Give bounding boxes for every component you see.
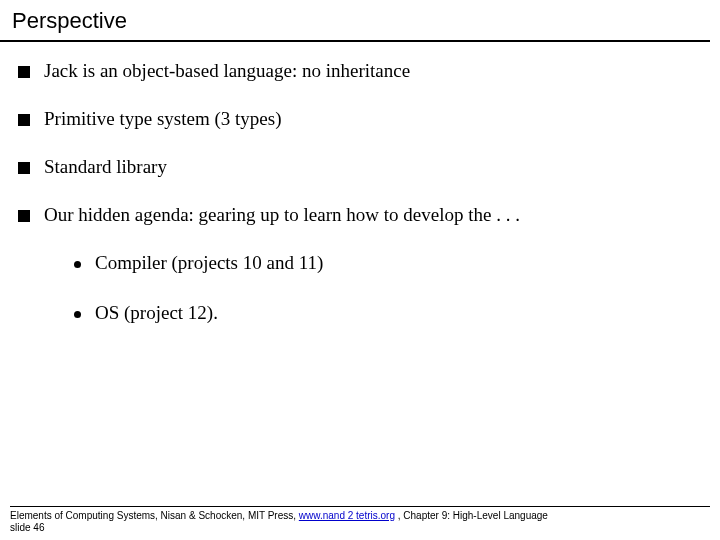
footer-rule	[10, 506, 710, 507]
bullet-text: Our hidden agenda: gearing up to learn h…	[44, 204, 520, 226]
bullet-text: Jack is an object-based language: no inh…	[44, 60, 410, 82]
bullet-item: Primitive type system (3 types)	[18, 108, 710, 130]
dot-bullet-icon	[74, 261, 81, 268]
slide-footer: Elements of Computing Systems, Nisan & S…	[10, 506, 710, 534]
sub-bullet-item: Compiler (projects 10 and 11)	[74, 252, 710, 274]
bullet-item: Jack is an object-based language: no inh…	[18, 60, 710, 82]
bullet-item: Our hidden agenda: gearing up to learn h…	[18, 204, 710, 226]
slide-content: Jack is an object-based language: no inh…	[0, 42, 720, 324]
footer-text: Elements of Computing Systems, Nisan & S…	[10, 510, 710, 534]
square-bullet-icon	[18, 66, 30, 78]
footer-suffix: , Chapter 9: High-Level Language	[395, 510, 548, 521]
sub-bullet-text: OS (project 12).	[95, 302, 218, 324]
sub-bullet-text: Compiler (projects 10 and 11)	[95, 252, 323, 274]
dot-bullet-icon	[74, 311, 81, 318]
sub-bullet-item: OS (project 12).	[74, 302, 710, 324]
sub-bullet-list: Compiler (projects 10 and 11) OS (projec…	[74, 252, 710, 324]
slide-title: Perspective	[0, 0, 710, 42]
footer-link[interactable]: www.nand 2 tetris.org	[299, 510, 395, 521]
square-bullet-icon	[18, 114, 30, 126]
footer-slide-number: slide 46	[10, 522, 44, 533]
bullet-item: Standard library	[18, 156, 710, 178]
slide: { "title": "Perspective", "bullets": [ "…	[0, 0, 720, 540]
square-bullet-icon	[18, 210, 30, 222]
bullet-text: Standard library	[44, 156, 167, 178]
square-bullet-icon	[18, 162, 30, 174]
bullet-text: Primitive type system (3 types)	[44, 108, 281, 130]
footer-prefix: Elements of Computing Systems, Nisan & S…	[10, 510, 299, 521]
